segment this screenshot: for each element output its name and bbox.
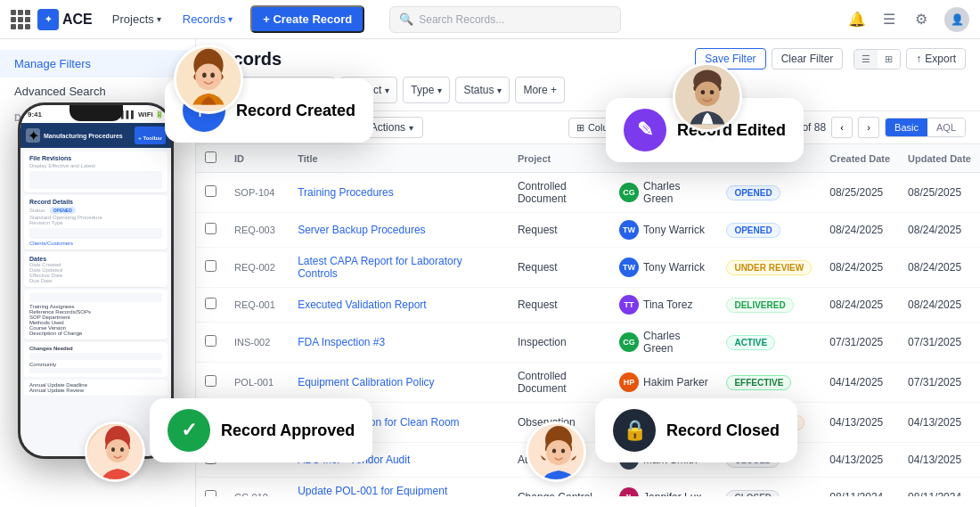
- list-view-button[interactable]: ☰: [854, 50, 878, 69]
- aql-tab[interactable]: AQL: [927, 119, 965, 136]
- row-checkbox[interactable]: [196, 363, 225, 403]
- svg-point-23: [552, 449, 556, 454]
- row-checkbox[interactable]: [196, 248, 225, 288]
- row-initiator: TW Tony Warrick: [610, 213, 717, 248]
- row-project: Request: [509, 213, 610, 248]
- row-checkbox[interactable]: [196, 173, 225, 213]
- row-title[interactable]: Executed Validation Report: [289, 288, 509, 323]
- more-filter[interactable]: More +: [515, 77, 565, 103]
- phone-badge-nav: + Toolbar: [135, 127, 166, 144]
- bell-icon[interactable]: 🔔: [848, 11, 866, 29]
- logo-text: ACE: [62, 12, 93, 28]
- initiator-name: Tony Warrick: [643, 224, 705, 236]
- view-toggle: ☰ ⊞: [853, 49, 901, 70]
- row-status: ACTIVE: [717, 323, 821, 363]
- status-badge: UNDER REVIEW: [726, 260, 812, 275]
- svg-point-7: [213, 78, 219, 83]
- apps-icon[interactable]: [11, 10, 30, 29]
- user-avatar[interactable]: 👤: [944, 7, 969, 32]
- row-updated: 07/31/2025: [899, 363, 980, 403]
- type-filter[interactable]: Type ▾: [403, 77, 450, 103]
- initiator-name: Charles Green: [643, 330, 708, 355]
- col-id: ID: [225, 144, 289, 173]
- row-initiator: TT Tina Torez: [610, 288, 717, 323]
- row-title[interactable]: Training Procedures: [289, 173, 509, 213]
- row-title[interactable]: Latest CAPA Report for Laboratory Contro…: [289, 248, 509, 288]
- sidebar-item-manage-filters[interactable]: Manage Filters: [0, 50, 195, 78]
- row-id: SOP-104: [225, 173, 289, 213]
- nav-projects[interactable]: Projects ▾: [105, 9, 168, 29]
- svg-point-19: [120, 447, 124, 452]
- status-badge: EFFECTIVE: [726, 375, 791, 390]
- col-checkbox: [196, 144, 225, 173]
- table-row: REQ-003 Server Backup Procedures Request…: [196, 213, 980, 248]
- status-badge: DELIVERED: [726, 298, 793, 313]
- export-button[interactable]: ↑ Export: [906, 48, 966, 70]
- col-project: Project: [509, 144, 610, 173]
- phone-content: File Revisions Display Effective and Lat…: [20, 148, 171, 456]
- search-placeholder: Search Records...: [419, 13, 504, 26]
- row-project: Inspection: [509, 323, 610, 363]
- table-row: REQ-001 Executed Validation Report Reque…: [196, 288, 980, 323]
- basic-tab[interactable]: Basic: [886, 119, 927, 136]
- row-title[interactable]: FDA Inspection #3: [289, 323, 509, 363]
- row-checkbox[interactable]: [196, 213, 225, 248]
- list-icon[interactable]: ☰: [880, 11, 898, 29]
- clear-filter-button[interactable]: Clear Filter: [772, 48, 844, 70]
- gear-icon[interactable]: ⚙: [912, 11, 930, 29]
- initiator-avatar: CG: [619, 332, 639, 352]
- avatar-approved: [85, 421, 145, 482]
- prev-page-button[interactable]: ‹: [831, 117, 853, 138]
- initiator-avatar: HP: [619, 372, 639, 392]
- row-status: DELIVERED: [717, 288, 821, 323]
- initiator-avatar: TT: [619, 295, 639, 315]
- row-created: 04/14/2025: [821, 363, 899, 403]
- nav-records[interactable]: Records ▾: [176, 9, 240, 29]
- row-status: OPENED: [717, 173, 821, 213]
- row-project: Request: [509, 288, 610, 323]
- row-title[interactable]: Equipment Calibration Policy: [289, 363, 509, 403]
- row-id: POL-001: [225, 363, 289, 403]
- pencil-icon: ✎: [624, 109, 666, 151]
- row-checkbox[interactable]: [196, 323, 225, 363]
- status-filter[interactable]: Status ▾: [455, 77, 510, 103]
- svg-point-24: [561, 449, 565, 454]
- row-id: REQ-001: [225, 288, 289, 323]
- row-checkbox[interactable]: [196, 288, 225, 323]
- row-updated: 04/13/2025: [899, 443, 980, 478]
- record-approved-card: ✓ Record Approved: [150, 398, 372, 462]
- row-title[interactable]: Update POL-001 for Equipment Calibration: [289, 478, 509, 497]
- grid-view-button[interactable]: ⊞: [878, 50, 900, 69]
- row-updated: 08/24/2025: [899, 248, 980, 288]
- table-row: SOP-104 Training Procedures Controlled D…: [196, 173, 980, 213]
- initiator-avatar: TW: [619, 258, 639, 277]
- row-title[interactable]: Server Backup Procedures: [289, 213, 509, 248]
- select-all-checkbox[interactable]: [205, 151, 216, 163]
- phone-card-changes: Changes Needed Community: [24, 342, 167, 377]
- phone-logo: ✦: [26, 128, 40, 143]
- row-checkbox[interactable]: [196, 478, 225, 497]
- svg-point-13: [701, 90, 706, 94]
- row-initiator: JL Jennifer Lux: [610, 478, 717, 497]
- row-created: 08/25/2025: [821, 173, 899, 213]
- row-updated: 08/11/2024: [899, 478, 980, 497]
- create-record-button[interactable]: + Create Record: [250, 5, 364, 33]
- phone-time: 9:41: [28, 110, 42, 119]
- export-icon: ↑: [916, 53, 921, 65]
- search-bar[interactable]: 🔍 Search Records...: [389, 6, 621, 33]
- row-updated: 08/25/2025: [899, 173, 980, 213]
- row-created: 08/24/2025: [821, 288, 899, 323]
- phone-nav-title: Manufacturing Procedures: [44, 133, 123, 139]
- logo-icon: ✦: [37, 9, 59, 30]
- chevron-down-icon: ▾: [385, 86, 389, 95]
- row-created: 08/11/2024: [821, 478, 899, 497]
- next-page-button[interactable]: ›: [858, 117, 879, 138]
- row-initiator: HP Hakim Parker: [610, 363, 717, 403]
- chevron-down-icon: ▾: [409, 123, 413, 133]
- status-badge: OPENED: [726, 223, 780, 238]
- avatar-closed: [526, 421, 586, 482]
- svg-point-4: [202, 73, 207, 78]
- record-closed-card: 🔒 Record Closed: [595, 398, 797, 462]
- phone-card-2: Record Details Status: OPENED Standard O…: [24, 195, 167, 249]
- svg-point-3: [195, 63, 222, 90]
